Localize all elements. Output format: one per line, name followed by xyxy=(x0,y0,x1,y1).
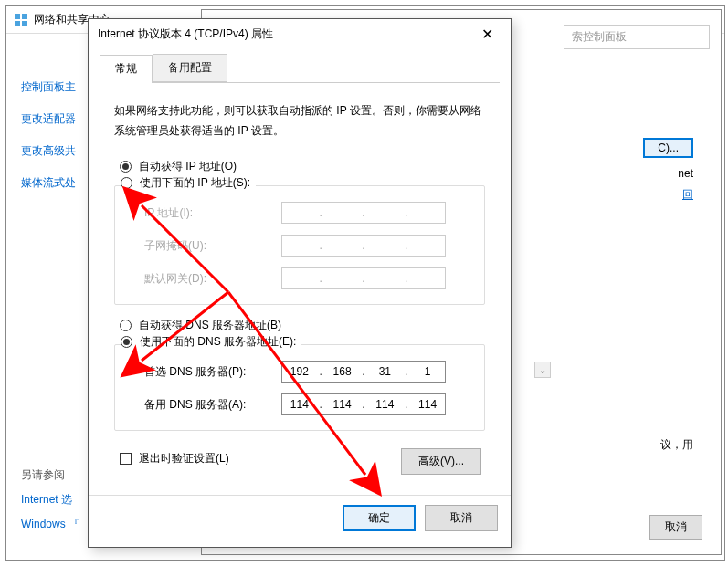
advanced-button[interactable]: 高级(V)... xyxy=(401,448,481,475)
dns-alt-label: 备用 DNS 服务器(A): xyxy=(144,397,281,413)
configure-button[interactable]: C)... xyxy=(643,138,693,158)
tab-alternate[interactable]: 备用配置 xyxy=(153,54,227,82)
windows-link[interactable]: Windows 『 xyxy=(21,517,79,532)
dns-primary-input[interactable]: 192. 168. 31. 1 xyxy=(281,361,446,383)
dialog-close-button[interactable]: ✕ xyxy=(472,19,501,48)
svg-rect-3 xyxy=(22,21,27,26)
validate-checkbox[interactable] xyxy=(120,453,132,465)
ip-auto-radio[interactable] xyxy=(120,161,132,173)
ip-auto-label: 自动获得 IP 地址(O) xyxy=(139,159,237,174)
dialog-titlebar: Internet 协议版本 4 (TCP/IPv4) 属性 ✕ xyxy=(89,19,511,48)
dns-primary-label: 首选 DNS 服务器(P): xyxy=(144,364,281,380)
ip-address-input: ... xyxy=(281,202,446,224)
dns-alt-input[interactable]: 114. 114. 114. 114 xyxy=(281,393,446,415)
internet-options-link[interactable]: Internet 选 xyxy=(21,492,79,508)
bg-bottom-links: 另请参阅 Internet 选 Windows 『 xyxy=(21,467,79,541)
protocol-text: 议，用 xyxy=(660,437,693,453)
gateway-input: ... xyxy=(281,267,446,289)
dns-auto-radio[interactable] xyxy=(120,320,132,331)
search-box[interactable]: 索控制面板 xyxy=(564,25,710,49)
scroll-down-button[interactable]: ⌄ xyxy=(534,362,551,378)
dns-manual-label: 使用下面的 DNS 服务器地址(E): xyxy=(140,334,296,350)
svg-rect-1 xyxy=(22,14,27,19)
net-label: net xyxy=(643,167,693,180)
see-also-label: 另请参阅 xyxy=(21,467,79,483)
net-link[interactable]: 回 xyxy=(682,188,693,201)
subnet-mask-label: 子网掩码(U): xyxy=(144,238,281,254)
gateway-label: 默认网关(D): xyxy=(144,271,281,287)
svg-rect-0 xyxy=(15,14,20,19)
ip-manual-radio[interactable] xyxy=(121,177,132,189)
tab-general[interactable]: 常规 xyxy=(100,55,153,83)
svg-rect-2 xyxy=(15,21,20,26)
network-icon xyxy=(14,13,28,27)
mid-cancel-button[interactable]: 取消 xyxy=(649,515,702,540)
cancel-button[interactable]: 取消 xyxy=(425,505,498,531)
dialog-footer: 确定 取消 xyxy=(89,495,511,544)
dns-manual-radio[interactable] xyxy=(121,336,132,348)
ip-address-label: IP 地址(I): xyxy=(144,205,281,221)
validate-label: 退出时验证设置(L) xyxy=(139,451,229,466)
ipv4-properties-dialog: Internet 协议版本 4 (TCP/IPv4) 属性 ✕ 常规 备用配置 … xyxy=(88,18,512,548)
help-text: 如果网络支持此功能，则可以获取自动指派的 IP 设置。否则，你需要从网络系统管理… xyxy=(114,101,485,141)
subnet-mask-input: ... xyxy=(281,235,446,257)
dns-auto-label: 自动获得 DNS 服务器地址(B) xyxy=(139,318,281,333)
dialog-title: Internet 协议版本 4 (TCP/IPv4) 属性 xyxy=(98,26,472,42)
ok-button[interactable]: 确定 xyxy=(343,505,416,531)
tabs: 常规 备用配置 xyxy=(100,54,500,83)
ip-manual-label: 使用下面的 IP 地址(S): xyxy=(140,175,250,191)
